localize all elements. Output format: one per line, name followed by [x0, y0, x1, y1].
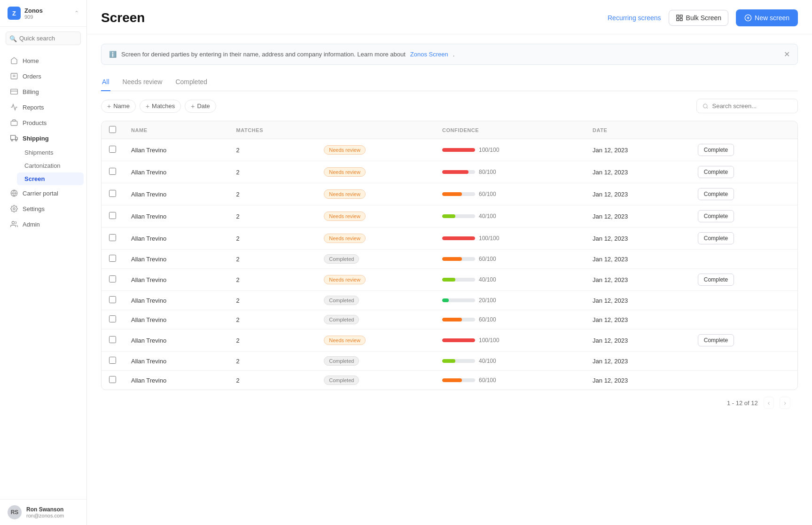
filter-date-button[interactable]: + Date	[185, 100, 216, 113]
row-action[interactable]: Complete	[690, 183, 797, 205]
tab-completed[interactable]: Completed	[174, 74, 208, 91]
complete-button[interactable]: Complete	[698, 188, 734, 200]
billing-icon	[10, 88, 18, 95]
recurring-screens-button[interactable]: Recurring screens	[608, 14, 661, 22]
complete-button[interactable]: Complete	[698, 334, 734, 346]
complete-button[interactable]: Complete	[698, 232, 734, 244]
complete-button[interactable]: Complete	[698, 210, 734, 222]
header-actions: Recurring screens Bulk Screen New screen	[608, 9, 798, 26]
row-checkbox-10[interactable]	[109, 357, 116, 364]
row-action[interactable]: Complete	[690, 161, 797, 183]
row-status: Completed	[316, 310, 435, 329]
plus-icon: +	[146, 102, 149, 110]
sidebar-item-cartonization[interactable]: Cartonization	[17, 159, 84, 172]
row-action[interactable]: Complete	[690, 139, 797, 161]
row-checkbox-1[interactable]	[109, 168, 116, 175]
sidebar-item-settings[interactable]: Settings	[3, 201, 84, 216]
svg-rect-3	[11, 89, 18, 94]
row-action[interactable]: Complete	[690, 205, 797, 227]
sidebar-label-reports: Reports	[23, 104, 44, 111]
brand-avatar: Z	[8, 7, 21, 20]
row-confidence: 60/100	[435, 371, 585, 390]
row-matches: 2	[229, 269, 317, 291]
cartonization-label: Cartonization	[24, 162, 61, 169]
row-date: Jan 12, 2023	[585, 227, 690, 250]
filter-matches-button[interactable]: + Matches	[140, 100, 181, 113]
search-screen-input[interactable]	[712, 102, 792, 110]
select-all-checkbox[interactable]	[109, 126, 116, 133]
next-page-button[interactable]: ›	[780, 397, 790, 409]
row-confidence: 40/100	[435, 269, 585, 291]
filter-name-button[interactable]: + Name	[101, 100, 136, 113]
row-status: Needs review	[316, 227, 435, 250]
new-screen-button[interactable]: New screen	[736, 9, 798, 26]
sidebar-item-admin[interactable]: Admin	[3, 217, 84, 232]
sidebar-item-carrier-portal[interactable]: Carrier portal	[3, 186, 84, 201]
col-name: NAME	[124, 121, 229, 139]
row-action[interactable]: Complete	[690, 329, 797, 352]
row-matches: 2	[229, 371, 317, 390]
bulk-screen-button[interactable]: Bulk Screen	[669, 10, 728, 26]
row-confidence: 40/100	[435, 352, 585, 371]
row-checkbox-7[interactable]	[109, 296, 116, 303]
svg-rect-5	[11, 135, 16, 140]
row-checkbox-8[interactable]	[109, 315, 116, 322]
sidebar-label-home: Home	[23, 57, 39, 64]
sidebar-item-shipping[interactable]: Shipping	[3, 131, 84, 146]
row-checkbox-9[interactable]	[109, 336, 116, 343]
row-action[interactable]: Complete	[690, 269, 797, 291]
row-date: Jan 12, 2023	[585, 183, 690, 205]
quick-search-input[interactable]	[6, 31, 81, 45]
svg-rect-14	[680, 15, 682, 17]
user-info: Ron Swanson ron@zonos.com	[26, 506, 64, 518]
orders-icon	[10, 72, 18, 80]
banner-link[interactable]: Zonos Screen	[410, 51, 448, 58]
sidebar-item-billing[interactable]: Billing	[3, 84, 84, 99]
sidebar-item-home[interactable]: Home	[3, 53, 84, 68]
sidebar: Z Zonos 909 ⌃ 🔍 Home Orders Billing Repo…	[0, 0, 87, 525]
svg-point-20	[703, 104, 707, 108]
complete-button[interactable]: Complete	[698, 274, 734, 286]
row-checkbox-11[interactable]	[109, 376, 116, 383]
row-checkbox-5[interactable]	[109, 255, 116, 262]
banner-close-button[interactable]: ✕	[784, 50, 790, 59]
svg-line-21	[707, 107, 708, 108]
row-checkbox-2[interactable]	[109, 190, 116, 197]
sidebar-item-orders[interactable]: Orders	[3, 69, 84, 84]
sidebar-item-reports[interactable]: Reports	[3, 100, 84, 115]
row-matches: 2	[229, 310, 317, 329]
user-profile[interactable]: RS Ron Swanson ron@zonos.com	[0, 499, 86, 525]
row-name: Allan Trevino	[124, 227, 229, 250]
row-name: Allan Trevino	[124, 139, 229, 161]
user-email: ron@zonos.com	[26, 513, 64, 518]
row-name: Allan Trevino	[124, 250, 229, 269]
row-checkbox-4[interactable]	[109, 234, 116, 241]
search-icon: 🔍	[9, 35, 17, 42]
row-date: Jan 12, 2023	[585, 352, 690, 371]
info-banner: ℹ️ Screen for denied parties by entering…	[101, 44, 798, 65]
row-checkbox-6[interactable]	[109, 275, 116, 282]
brand-name: Zonos	[24, 7, 70, 14]
row-checkbox-3[interactable]	[109, 212, 116, 219]
settings-icon	[10, 205, 18, 212]
sidebar-item-shipments[interactable]: Shipments	[17, 146, 84, 159]
page-title: Screen	[101, 10, 145, 25]
filter-name-label: Name	[113, 102, 130, 110]
row-action	[690, 291, 797, 310]
table-row: Allan Trevino 2 Needs review 60/100 Jan …	[102, 183, 797, 205]
row-action[interactable]: Complete	[690, 227, 797, 250]
prev-page-button[interactable]: ‹	[764, 397, 774, 409]
row-confidence: 20/100	[435, 291, 585, 310]
complete-button[interactable]: Complete	[698, 144, 734, 156]
brand-header[interactable]: Z Zonos 909 ⌃	[0, 0, 86, 27]
row-date: Jan 12, 2023	[585, 161, 690, 183]
tab-all[interactable]: All	[101, 74, 110, 91]
row-name: Allan Trevino	[124, 161, 229, 183]
svg-marker-6	[16, 137, 18, 139]
row-name: Allan Trevino	[124, 310, 229, 329]
tab-needs-review[interactable]: Needs review	[122, 74, 164, 91]
row-checkbox-0[interactable]	[109, 146, 116, 153]
sidebar-item-products[interactable]: Products	[3, 115, 84, 130]
complete-button[interactable]: Complete	[698, 166, 734, 178]
sidebar-item-screen[interactable]: Screen	[17, 172, 84, 185]
